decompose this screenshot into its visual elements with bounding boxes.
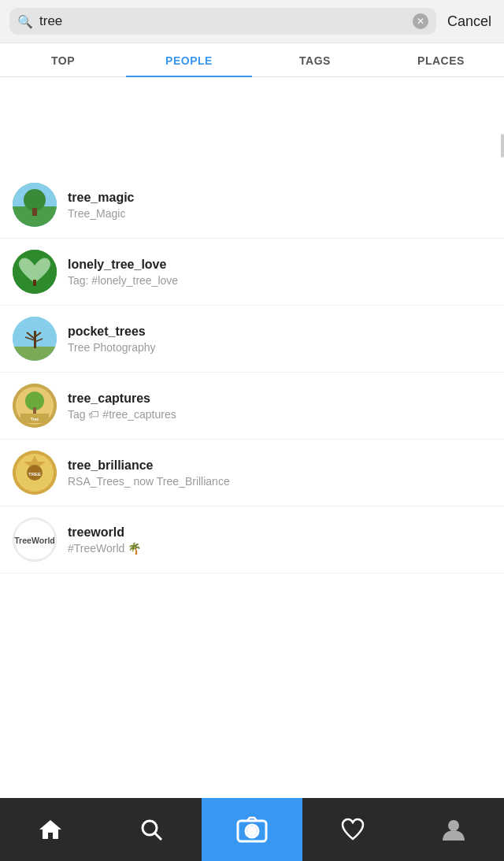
- avatar: TREE: [13, 451, 57, 495]
- result-subtitle: #TreeWorld 🌴: [68, 542, 491, 555]
- heart-icon: [340, 817, 365, 842]
- result-text: pocket_trees Tree Photography: [68, 325, 491, 354]
- tab-top[interactable]: TOP: [0, 43, 126, 76]
- profile-icon: [441, 817, 466, 842]
- search-nav-icon: [139, 817, 164, 842]
- avatar: [13, 317, 57, 361]
- avatar: [13, 183, 57, 227]
- search-bar: 🔍 Cancel: [0, 0, 504, 43]
- home-icon: [38, 817, 63, 842]
- result-text: tree_magic Tree_Magic: [68, 191, 491, 220]
- result-subtitle: Tag: #lonely_tree_love: [68, 274, 491, 287]
- tab-people[interactable]: PEOPLE: [126, 43, 252, 76]
- list-item[interactable]: tree_magic Tree_Magic: [0, 172, 504, 239]
- bottom-spacer: [0, 573, 504, 644]
- result-subtitle: RSA_Trees_ now Tree_Brilliance: [68, 475, 491, 488]
- result-username: tree_captures: [68, 392, 491, 406]
- clear-button[interactable]: [413, 13, 428, 29]
- avatar: Tree: [13, 384, 57, 428]
- list-item[interactable]: TreeWorld treeworld #TreeWorld 🌴: [0, 507, 504, 573]
- result-text: tree_captures Tag 🏷 #tree_captures: [68, 392, 491, 421]
- svg-text:Tree: Tree: [31, 417, 39, 421]
- nav-item-search[interactable]: [101, 798, 202, 861]
- bottom-nav: [0, 798, 504, 861]
- result-username: lonely_tree_love: [68, 258, 491, 272]
- list-item[interactable]: lonely_tree_love Tag: #lonely_tree_love: [0, 239, 504, 306]
- nav-item-heart[interactable]: [302, 798, 403, 861]
- nav-item-profile[interactable]: [403, 798, 504, 861]
- svg-text:TreeWorld: TreeWorld: [14, 536, 55, 545]
- result-subtitle: Tree Photography: [68, 341, 491, 354]
- nav-item-home[interactable]: [0, 798, 101, 861]
- svg-rect-3: [32, 208, 37, 216]
- avatar: [13, 250, 57, 294]
- svg-point-31: [448, 820, 459, 831]
- result-text: tree_brilliance RSA_Trees_ now Tree_Bril…: [68, 458, 491, 488]
- result-username: tree_brilliance: [68, 458, 491, 473]
- svg-line-27: [155, 833, 161, 840]
- cancel-button[interactable]: Cancel: [444, 13, 495, 30]
- svg-text:TREE: TREE: [28, 472, 41, 477]
- svg-point-2: [24, 189, 46, 211]
- tab-places[interactable]: PLACES: [378, 43, 504, 76]
- svg-rect-16: [33, 407, 36, 414]
- results-list: tree_magic Tree_Magic lonely_tree_love T…: [0, 172, 504, 573]
- result-subtitle: Tree_Magic: [68, 207, 491, 220]
- result-username: pocket_trees: [68, 325, 491, 339]
- svg-point-26: [143, 821, 157, 835]
- list-item[interactable]: TREE tree_brilliance RSA_Trees_ now Tree…: [0, 440, 504, 507]
- camera-icon: [236, 816, 268, 843]
- svg-rect-8: [34, 331, 36, 348]
- search-icon: 🔍: [17, 14, 33, 29]
- list-item[interactable]: pocket_trees Tree Photography: [0, 306, 504, 373]
- result-username: treeworld: [68, 525, 491, 540]
- tabs-bar: TOP PEOPLE TAGS PLACES: [0, 43, 504, 77]
- tab-tags[interactable]: TAGS: [252, 43, 378, 76]
- svg-point-30: [248, 827, 256, 835]
- result-subtitle: Tag 🏷 #tree_captures: [68, 408, 491, 421]
- svg-rect-7: [13, 347, 57, 361]
- scrollbar[interactable]: [501, 134, 504, 158]
- search-input-wrapper: 🔍: [9, 8, 436, 35]
- result-username: tree_magic: [68, 191, 491, 205]
- search-input[interactable]: [39, 13, 406, 29]
- nav-item-camera[interactable]: [202, 798, 302, 861]
- spacer: [0, 77, 504, 172]
- avatar: TreeWorld: [13, 518, 57, 562]
- svg-rect-5: [33, 280, 36, 286]
- result-text: treeworld #TreeWorld 🌴: [68, 525, 491, 555]
- list-item[interactable]: Tree tree_captures Tag 🏷 #tree_captures: [0, 373, 504, 440]
- result-text: lonely_tree_love Tag: #lonely_tree_love: [68, 258, 491, 287]
